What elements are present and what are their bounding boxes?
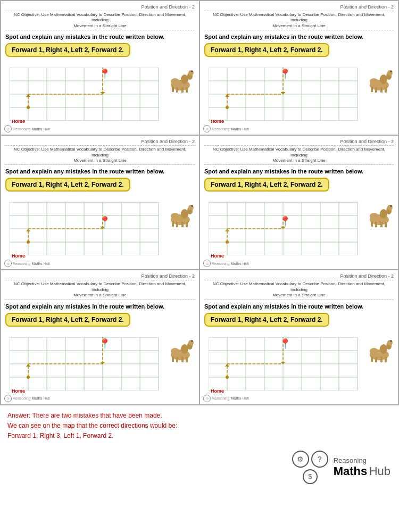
svg-point-33 xyxy=(380,74,387,84)
svg-point-64 xyxy=(181,209,188,219)
svg-point-8 xyxy=(188,70,194,76)
map-grid-4: 📍 xyxy=(209,202,363,255)
card-footer-5: ⊙ Reasoning Maths Hub xyxy=(4,395,50,402)
svg-point-40 xyxy=(390,71,392,72)
svg-rect-36 xyxy=(375,87,377,93)
svg-rect-4 xyxy=(172,87,174,92)
svg-rect-99 xyxy=(380,222,383,227)
card-objective-5: NC Objective: Use Mathematical Vocabular… xyxy=(5,280,195,300)
svg-point-63 xyxy=(171,213,179,219)
camel-icon-4 xyxy=(363,196,393,228)
svg-point-94 xyxy=(370,213,378,219)
map-grid-1: 📍 xyxy=(10,68,164,121)
svg-rect-130 xyxy=(181,357,184,362)
svg-point-157 xyxy=(380,344,387,354)
map-grid-5: 📍 xyxy=(10,337,164,390)
svg-point-32 xyxy=(370,78,378,85)
card-footer-2: ⊙ Reasoning Maths Hub xyxy=(203,125,249,132)
card-question-5: Spot and explain any mistakes in the rou… xyxy=(5,303,195,310)
card-footer-6: ⊙ Reasoning Maths Hub xyxy=(203,395,249,402)
map-grid-2: 📍 xyxy=(209,68,363,121)
card-5: Position and Direction - 2 NC Objective:… xyxy=(1,270,200,404)
card-header-4: Position and Direction - 2 xyxy=(204,139,394,144)
svg-point-164 xyxy=(390,340,392,342)
svg-rect-37 xyxy=(380,87,383,93)
route-box-4: Forward 1, Right 4, Left 2, Forward 2. xyxy=(204,178,329,192)
svg-point-156 xyxy=(370,348,378,354)
card-header-5: Position and Direction - 2 xyxy=(5,273,195,279)
svg-rect-131 xyxy=(186,357,188,362)
camel-icon-3 xyxy=(164,196,194,228)
svg-text:📍: 📍 xyxy=(99,338,111,350)
svg-rect-5 xyxy=(176,87,178,93)
card-objective-6: NC Objective: Use Mathematical Vocabular… xyxy=(204,280,394,300)
logo-top-circles: ⚙ ? xyxy=(292,451,328,468)
svg-point-71 xyxy=(192,205,193,207)
map-area-1: 📍 Home xyxy=(5,61,195,130)
svg-rect-69 xyxy=(186,222,188,227)
svg-rect-100 xyxy=(385,222,387,227)
svg-rect-7 xyxy=(186,87,188,93)
card-3: Position and Direction - 2 NC Objective:… xyxy=(1,135,200,270)
card-question-3: Spot and explain any mistakes in the rou… xyxy=(5,168,195,174)
logo-circle-top-left: ⚙ xyxy=(292,451,309,468)
card-6: Position and Direction - 2 NC Objective:… xyxy=(200,270,398,404)
answer-line2: We can see on the map that the correct d… xyxy=(7,421,392,431)
map-area-5: 📍 Home xyxy=(5,331,195,400)
svg-point-126 xyxy=(181,344,188,354)
card-2: Position and Direction - 2 NC Objective:… xyxy=(200,1,398,135)
map-grid-3: 📍 xyxy=(10,202,164,255)
svg-point-91 xyxy=(27,240,30,244)
svg-point-132 xyxy=(188,340,194,345)
logo-circle-bottom: $ xyxy=(303,469,318,484)
route-box-1: Forward 1, Right 4, Left 2, Forward 2. xyxy=(5,43,130,57)
card-1: Position and Direction - 2 NC Objective:… xyxy=(1,1,200,135)
card-header-2: Position and Direction - 2 xyxy=(204,4,394,10)
route-box-2: Forward 1, Right 4, Left 2, Forward 2. xyxy=(204,43,329,57)
svg-rect-162 xyxy=(385,357,387,362)
svg-rect-159 xyxy=(371,356,373,362)
route-box-6: Forward 1, Right 4, Left 2, Forward 2. xyxy=(204,313,329,327)
svg-text:📍: 📍 xyxy=(279,215,292,227)
camel-icon-1 xyxy=(164,61,194,93)
card-question-1: Spot and explain any mistakes in the rou… xyxy=(5,34,195,40)
svg-point-1 xyxy=(171,78,179,85)
svg-text:📍: 📍 xyxy=(99,215,111,227)
route-box-5: Forward 1, Right 4, Left 2, Forward 2. xyxy=(5,313,130,327)
svg-point-184 xyxy=(226,376,229,379)
card-objective-2: NC Objective: Use Mathematical Vocabular… xyxy=(204,11,394,30)
svg-rect-67 xyxy=(176,222,178,227)
svg-marker-182 xyxy=(280,362,286,364)
logo-text: Reasoning Maths Hub xyxy=(334,456,390,478)
camel-icon-6 xyxy=(363,331,393,363)
svg-rect-98 xyxy=(375,222,377,227)
svg-point-125 xyxy=(171,348,179,354)
map-area-4: 📍 Home xyxy=(204,196,394,265)
home-label-1: Home xyxy=(12,119,25,124)
logo-circles-container: ⚙ ? $ xyxy=(292,451,328,484)
answer-line3: Forward 1, Right 3, Left 1, Forward 2. xyxy=(7,431,392,441)
map-area-2: 📍 Home xyxy=(204,61,394,130)
svg-text:📍: 📍 xyxy=(99,68,111,80)
svg-rect-66 xyxy=(172,221,174,227)
camel-icon-2 xyxy=(363,61,393,93)
svg-rect-128 xyxy=(172,356,174,362)
home-label-6: Home xyxy=(211,388,224,394)
svg-text:📍: 📍 xyxy=(279,68,292,80)
card-footer-1: ⊙ Reasoning Maths Hub xyxy=(4,125,50,132)
svg-point-70 xyxy=(188,205,194,210)
svg-point-9 xyxy=(192,71,193,72)
svg-text:📍: 📍 xyxy=(279,338,292,350)
card-question-6: Spot and explain any mistakes in the rou… xyxy=(204,303,394,310)
svg-point-102 xyxy=(390,205,392,207)
svg-point-101 xyxy=(387,205,393,210)
logo-maths-hub: Maths Hub xyxy=(334,464,390,478)
card-header-6: Position and Direction - 2 xyxy=(204,273,394,279)
svg-marker-58 xyxy=(280,92,286,94)
card-footer-4: ⊙ Reasoning Maths Hub xyxy=(203,260,249,267)
svg-rect-35 xyxy=(371,87,373,92)
svg-point-29 xyxy=(27,106,30,109)
logo-hub: Hub xyxy=(369,464,390,478)
card-question-4: Spot and explain any mistakes in the rou… xyxy=(204,168,394,174)
svg-rect-38 xyxy=(385,87,387,93)
